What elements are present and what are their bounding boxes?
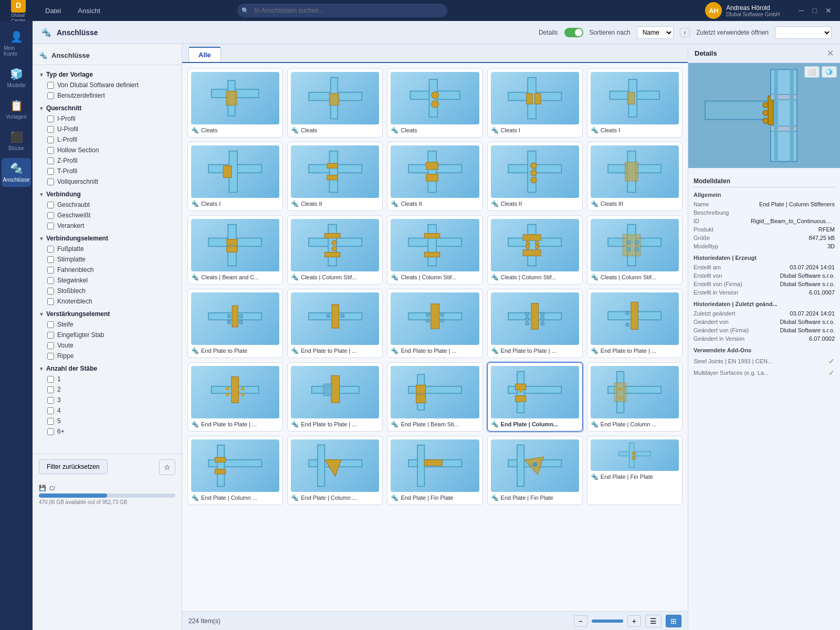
tree-child-fussplatte[interactable]: Fußplatte <box>33 244 182 254</box>
filter-reset-button[interactable]: Filter zurücksetzen <box>39 459 108 474</box>
checkbox-benutzer[interactable] <box>47 92 54 99</box>
close-button[interactable]: ✕ <box>822 5 835 16</box>
menu-ansicht[interactable]: Ansicht <box>75 6 103 16</box>
checkbox-geschraubt[interactable] <box>47 202 54 208</box>
search-input[interactable] <box>237 4 447 17</box>
sort-select[interactable]: Name Datum Größe <box>637 26 674 39</box>
sort-direction-button[interactable]: ↑ <box>680 28 690 37</box>
grid-item-18[interactable]: 🔩 End Plate to Plate | ... <box>487 289 583 358</box>
checkbox-1[interactable] <box>47 376 54 383</box>
tree-child-benutzer[interactable]: Benutzerdefiniert <box>33 90 182 101</box>
menu-datei[interactable]: Datei <box>42 6 64 16</box>
checkbox-tprofil[interactable] <box>47 168 54 175</box>
checkbox-hollow[interactable] <box>47 147 54 154</box>
tree-child-iprofil[interactable]: I-Profil <box>33 113 182 124</box>
sidebar-item-modelle[interactable]: 🧊 Modelle <box>2 64 31 92</box>
tree-parent-querschnitt[interactable]: ▼ Querschnitt <box>33 103 182 113</box>
grid-item-27[interactable]: 🔩 End Plate | Fin Plate <box>387 436 482 505</box>
tree-child-verankert[interactable]: Verankert <box>33 220 182 231</box>
grid-item-9[interactable]: 🔩 Cleats III <box>587 142 682 211</box>
checkbox-stegwinkel[interactable] <box>47 277 54 284</box>
zoom-in-button[interactable]: + <box>627 615 641 627</box>
sidebar-item-mein-konto[interactable]: 👤 Mein Konto <box>2 26 31 61</box>
tree-child-dlubal[interactable]: Von Dlubal Software definiert <box>33 80 182 90</box>
grid-item-11[interactable]: 🔩 Cleats | Column Stif... <box>287 215 383 285</box>
tree-child-4[interactable]: 4 <box>33 405 182 416</box>
checkbox-knotenblech[interactable] <box>47 298 54 305</box>
tree-child-vollquer[interactable]: Vollquerschnitt <box>33 176 182 187</box>
zoom-slider[interactable] <box>592 620 623 623</box>
grid-item-16[interactable]: 🔩 End Plate to Plate | ... <box>287 289 383 358</box>
tree-child-hollow[interactable]: Hollow Section <box>33 145 182 155</box>
favorite-button[interactable]: ☆ <box>159 459 175 475</box>
checkbox-fussplatte[interactable] <box>47 246 54 253</box>
tree-child-knotenblech[interactable]: Knotenblech <box>33 296 182 307</box>
grid-item-22[interactable]: 🔩 End Plate | Beam Sti... <box>387 362 482 432</box>
tree-parent-anzahl[interactable]: ▼ Anzahl der Stäbe <box>33 363 182 374</box>
tree-child-voute[interactable]: Voute <box>33 340 182 351</box>
grid-item-28[interactable]: 🔩 End Plate | Fin Plate <box>487 436 583 505</box>
checkbox-vollquer[interactable] <box>47 178 54 185</box>
checkbox-4[interactable] <box>47 407 54 414</box>
grid-scroll[interactable]: 🔩 Cleats 🔩 <box>182 63 688 611</box>
grid-item-15[interactable]: 🔩 End Plate to Plate <box>187 289 283 358</box>
checkbox-2[interactable] <box>47 386 54 393</box>
grid-item-5[interactable]: 🔩 Cleats I <box>187 142 283 211</box>
grid-item-19[interactable]: 🔩 End Plate to Plate | ... <box>587 289 682 358</box>
checkbox-voute[interactable] <box>47 342 54 349</box>
grid-item-20[interactable]: 🔩 End Plate to Plate | ... <box>187 362 283 432</box>
checkbox-geschweisst[interactable] <box>47 212 54 219</box>
grid-item-14[interactable]: 🔩 Cleats | Column Stif... <box>587 215 682 285</box>
checkbox-dlubal[interactable] <box>47 82 54 89</box>
grid-item-0[interactable]: 🔩 Cleats <box>187 68 283 138</box>
grid-item-21[interactable]: 🔩 End Plate to Plate | ... <box>287 362 383 432</box>
grid-item-26[interactable]: 🔩 End Plate | Column ... <box>287 436 383 505</box>
checkbox-verankert[interactable] <box>47 223 54 229</box>
checkbox-uprofil[interactable] <box>47 126 54 133</box>
zoom-out-button[interactable]: − <box>574 615 587 627</box>
minimize-button[interactable]: ─ <box>796 5 807 16</box>
tree-child-tprofil[interactable]: T-Profil <box>33 166 182 176</box>
tree-parent-verstaerkungselement[interactable]: ▼ Verstärkungselement <box>33 309 182 319</box>
tree-child-6plus[interactable]: 6+ <box>33 426 182 437</box>
tree-child-geschraubt[interactable]: Geschraubt <box>33 200 182 210</box>
grid-item-17[interactable]: 🔩 End Plate to Plate | ... <box>387 289 482 358</box>
tree-child-uprofil[interactable]: U-Profil <box>33 124 182 134</box>
tree-child-lprofil[interactable]: L-Profil <box>33 134 182 145</box>
tree-child-2[interactable]: 2 <box>33 384 182 395</box>
grid-item-7[interactable]: 🔩 Cleats II <box>387 142 482 211</box>
tree-parent-verbindungselement[interactable]: ▼ Verbindungselement <box>33 233 182 244</box>
tree-child-fahnenblech[interactable]: Fahnenblech <box>33 265 182 275</box>
tree-child-5[interactable]: 5 <box>33 416 182 426</box>
grid-item-23[interactable]: 🔩 End Plate | Column... <box>487 362 583 432</box>
checkbox-fahnenblech[interactable] <box>47 267 54 274</box>
checkbox-lprofil[interactable] <box>47 136 54 143</box>
checkbox-5[interactable] <box>47 418 54 425</box>
grid-item-29[interactable]: 🔩 End Plate | Fin Plate <box>587 436 682 505</box>
grid-item-12[interactable]: 🔩 Cleats | Column Stif... <box>387 215 482 285</box>
checkbox-stosblech[interactable] <box>47 288 54 295</box>
preview-2d-button[interactable]: ⬜ <box>804 66 820 78</box>
tree-child-zprofil[interactable]: Z-Profil <box>33 155 182 166</box>
sidebar-item-anschluesse[interactable]: 🔩 Anschlüsse <box>2 158 31 187</box>
grid-item-24[interactable]: 🔩 End Plate | Column ... <box>587 362 682 432</box>
recent-select[interactable] <box>775 26 832 39</box>
sidebar-item-bloecke[interactable]: ⬛ Blöcke <box>2 127 31 155</box>
tree-child-eingefuegt[interactable]: Eingefügter Stab <box>33 330 182 340</box>
checkbox-stirnplatte[interactable] <box>47 256 54 263</box>
checkbox-3[interactable] <box>47 397 54 404</box>
grid-item-1[interactable]: 🔩 Cleats <box>287 68 383 138</box>
checkbox-zprofil[interactable] <box>47 158 54 164</box>
tab-alle[interactable]: Alle <box>188 47 221 62</box>
checkbox-steife[interactable] <box>47 321 54 328</box>
preview-3d-button[interactable]: 🧊 <box>822 66 837 78</box>
tree-parent-typ[interactable]: ▼ Typ der Vorlage <box>33 69 182 80</box>
grid-item-10[interactable]: 🔩 Cleats | Beam and C... <box>187 215 283 285</box>
list-view-button[interactable]: ☰ <box>645 615 662 627</box>
maximize-button[interactable]: □ <box>810 5 820 16</box>
sidebar-item-vorlagen[interactable]: 📋 Vorlagen <box>2 95 31 124</box>
grid-item-6[interactable]: 🔩 Cleats II <box>287 142 383 211</box>
grid-item-8[interactable]: 🔩 Cleats II <box>487 142 583 211</box>
checkbox-iprofil[interactable] <box>47 116 54 122</box>
checkbox-rippe[interactable] <box>47 353 54 360</box>
